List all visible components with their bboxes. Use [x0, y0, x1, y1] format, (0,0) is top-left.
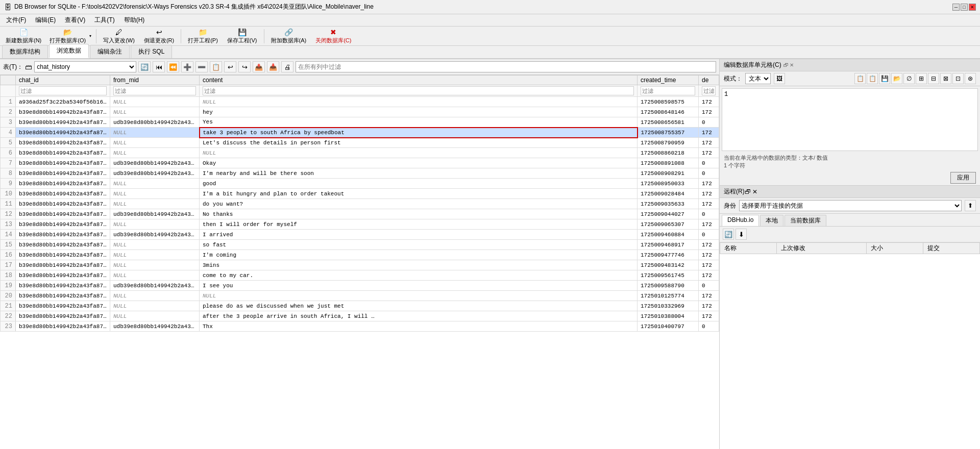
cell-from-mid[interactable]: NULL	[110, 179, 200, 189]
cell-from-mid[interactable]: NULL	[110, 250, 200, 260]
cell-chat-id[interactable]: b39e8d80bb149942b2a43fa87b8b…	[16, 219, 110, 230]
cell-de[interactable]: 0	[699, 209, 719, 219]
table-row[interactable]: 2b39e8d80bb149942b2a43fa87b8b…NULLhey172…	[1, 107, 719, 117]
cell-created-time[interactable]: 1725010400797	[638, 321, 699, 332]
filter-created[interactable]	[641, 86, 695, 95]
filter-from-mid[interactable]	[113, 86, 196, 95]
menu-item-help[interactable]: 帮助(H)	[120, 15, 149, 26]
table-row[interactable]: 10b39e8d80bb149942b2a43fa87b8b…NULLI'm a…	[1, 189, 719, 199]
open-db-button[interactable]: 📂 打开数据库(O)	[47, 28, 88, 45]
cell-created-time[interactable]: 1725008755357	[638, 128, 699, 138]
cell-created-time[interactable]: 1725009483142	[638, 260, 699, 270]
filter-chat-id[interactable]	[19, 86, 107, 95]
close-button[interactable]: ✕	[969, 4, 976, 11]
cell-content[interactable]: NULL	[200, 97, 638, 107]
cell-de[interactable]: 172	[699, 107, 719, 117]
menu-item-view[interactable]: 查看(V)	[61, 15, 89, 26]
cell-content[interactable]: hey	[200, 107, 638, 117]
cell-content[interactable]: do you want?	[200, 199, 638, 209]
add-row-button[interactable]: ➕	[181, 61, 193, 72]
tab-execute-sql[interactable]: 执行 SQL	[131, 45, 172, 58]
cell-from-mid[interactable]: NULL	[110, 97, 200, 107]
cell-de[interactable]: 172	[699, 128, 719, 138]
filter-input[interactable]	[296, 61, 716, 72]
cell-content[interactable]: NULL	[200, 148, 638, 158]
table-row[interactable]: 17b39e8d80bb149942b2a43fa87b8b…NULL3mins…	[1, 260, 719, 270]
cell-de[interactable]: 0	[699, 158, 719, 168]
table-row[interactable]: 20b39e8d80bb149942b2a43fa87b8b…NULLNULL1…	[1, 291, 719, 301]
cell-from-mid[interactable]: NULL	[110, 291, 200, 301]
remote-download-btn[interactable]: ⬇	[736, 229, 747, 240]
table-row[interactable]: 18b39e8d80bb149942b2a43fa87b8b…NULLcome …	[1, 270, 719, 281]
cell-export-btn[interactable]: 💾	[879, 73, 890, 84]
cell-paste-btn[interactable]: 📋	[867, 73, 878, 84]
cell-chat-id[interactable]: b39e8d80bb149942b2a43fa87b8b…	[16, 107, 110, 117]
cell-de[interactable]: 0	[699, 321, 719, 332]
remote-restore[interactable]: 🗗	[745, 188, 751, 195]
cell-content[interactable]: No thanks	[200, 209, 638, 219]
print-button[interactable]: 🖨	[281, 61, 293, 72]
cell-content[interactable]: take 3 people to south Africa by speedbo…	[200, 128, 638, 138]
cell-content[interactable]: after the 3 people arrive in south Afric…	[200, 311, 638, 321]
cell-created-time[interactable]: 1725008648146	[638, 107, 699, 117]
cell-chat-id[interactable]: b39e8d80bb149942b2a43fa87b8b…	[16, 230, 110, 240]
cell-content[interactable]: so fast	[200, 240, 638, 250]
remote-col-commit[interactable]: 提交	[923, 243, 979, 254]
cell-de[interactable]: 172	[699, 179, 719, 189]
identity-select[interactable]: 选择要用于连接的凭据	[739, 200, 962, 211]
apply-button[interactable]: 应用	[950, 172, 976, 184]
table-row[interactable]: 6b39e8d80bb149942b2a43fa87b8b…NULLNULL17…	[1, 148, 719, 158]
cell-de[interactable]: 0	[699, 168, 719, 179]
table-row[interactable]: 22b39e8d80bb149942b2a43fa87b8b…NULLafter…	[1, 311, 719, 321]
open-db-arrow[interactable]: ▾	[88, 28, 93, 45]
cell-from-mid[interactable]: udb39e8d80bb149942b2a43fa87b8b…	[110, 230, 200, 240]
table-row[interactable]: 14b39e8d80bb149942b2a43fa87b8b…udb39e8d8…	[1, 230, 719, 240]
cell-de[interactable]: 172	[699, 291, 719, 301]
table-row[interactable]: 4b39e8d80bb149942b2a43fa87b8b…NULLtake 3…	[1, 128, 719, 138]
remote-refresh-btn[interactable]: 🔄	[723, 229, 734, 240]
refresh-button[interactable]: 🔄	[138, 61, 151, 72]
cell-created-time[interactable]: 1725009477746	[638, 250, 699, 260]
cell-de[interactable]: 0	[699, 281, 719, 291]
edit-cell-restore[interactable]: 🗗	[783, 62, 789, 68]
filter-content[interactable]	[203, 86, 634, 95]
cell-content[interactable]: Let's discuss the details in person firs…	[200, 138, 638, 148]
restore-button[interactable]: □	[961, 4, 968, 11]
cell-from-mid[interactable]: NULL	[110, 311, 200, 321]
cell-from-mid[interactable]: NULL	[110, 240, 200, 250]
remote-col-name[interactable]: 名称	[720, 243, 777, 254]
cell-chat-id[interactable]: a936ad25f3c22ba5340f56b1632f3…	[16, 97, 110, 107]
table-row[interactable]: 3b39e8d80bb149942b2a43fa87b8b…udb39e8d80…	[1, 117, 719, 128]
open-project-button[interactable]: 📁 打开工程(P)	[184, 28, 222, 45]
cell-created-time[interactable]: 1725009044027	[638, 209, 699, 219]
remote-upload-btn[interactable]: ⬆	[965, 200, 976, 211]
cell-de[interactable]: 172	[699, 219, 719, 230]
cell-content[interactable]: I arrived	[200, 230, 638, 240]
cell-created-time[interactable]: 1725009588790	[638, 281, 699, 291]
cell-from-mid[interactable]: NULL	[110, 219, 200, 230]
cell-content[interactable]: NULL	[200, 291, 638, 301]
cell-created-time[interactable]: 1725010125774	[638, 291, 699, 301]
redo-button[interactable]: ↪	[238, 61, 251, 72]
goto-prev-button[interactable]: ⏪	[167, 61, 179, 72]
cell-from-mid[interactable]: NULL	[110, 199, 200, 209]
cell-created-time[interactable]: 1725008908291	[638, 168, 699, 179]
cell-created-time[interactable]: 1725009468917	[638, 240, 699, 250]
attach-db-button[interactable]: 🔗 附加数据库(A)	[267, 28, 310, 45]
cell-chat-id[interactable]: b39e8d80bb149942b2a43fa87b8b…	[16, 281, 110, 291]
cell-content[interactable]: please do as we discussed when we just m…	[200, 301, 638, 311]
export-button[interactable]: 📤	[253, 61, 265, 72]
cell-de[interactable]: 172	[699, 260, 719, 270]
table-row[interactable]: 5b39e8d80bb149942b2a43fa87b8b…NULLLet's …	[1, 138, 719, 148]
cell-de[interactable]: 0	[699, 117, 719, 128]
tab-db-structure[interactable]: 数据库结构	[2, 45, 48, 58]
table-row[interactable]: 19b39e8d80bb149942b2a43fa87b8b…udb39e8d8…	[1, 281, 719, 291]
cell-from-mid[interactable]: udb39e8d80bb149942b2a43fa87b8b…	[110, 321, 200, 332]
cell-chat-id[interactable]: b39e8d80bb149942b2a43fa87b8b…	[16, 158, 110, 168]
cell-created-time[interactable]: 1725009035633	[638, 199, 699, 209]
cell-null-btn[interactable]: ∅	[903, 73, 915, 84]
edit-cell-textarea[interactable]: 1	[724, 91, 975, 147]
cell-from-mid[interactable]: NULL	[110, 189, 200, 199]
cell-b4-btn[interactable]: ⊡	[952, 73, 964, 84]
cell-content[interactable]: Yes	[200, 117, 638, 128]
